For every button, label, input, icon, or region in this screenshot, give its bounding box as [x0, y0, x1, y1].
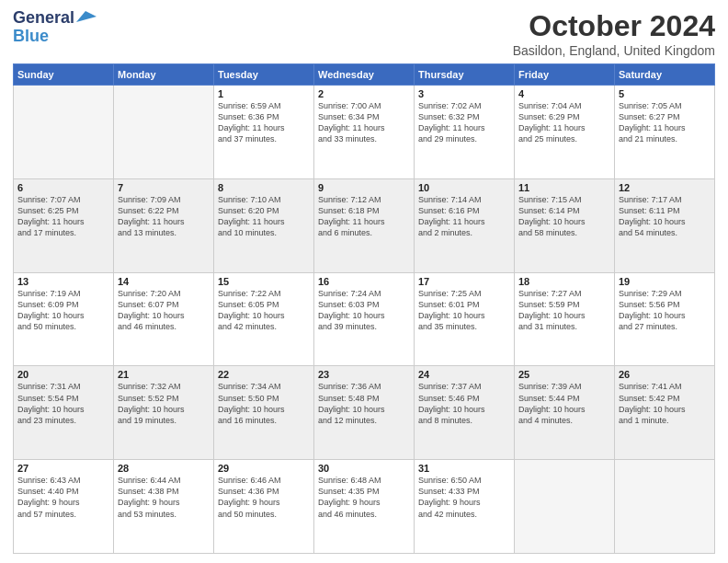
- calendar-cell: 14Sunrise: 7:20 AM Sunset: 6:07 PM Dayli…: [114, 272, 214, 366]
- day-detail: Sunrise: 7:36 AM Sunset: 5:48 PM Dayligh…: [318, 381, 410, 426]
- logo: General Blue: [13, 9, 97, 46]
- calendar-week-2: 6Sunrise: 7:07 AM Sunset: 6:25 PM Daylig…: [14, 178, 715, 272]
- day-detail: Sunrise: 7:12 AM Sunset: 6:18 PM Dayligh…: [318, 194, 410, 239]
- subtitle: Basildon, England, United Kingdom: [513, 43, 715, 58]
- day-detail: Sunrise: 7:32 AM Sunset: 5:52 PM Dayligh…: [118, 381, 210, 426]
- day-number: 30: [318, 463, 410, 474]
- day-number: 14: [118, 276, 210, 287]
- calendar-cell: 5Sunrise: 7:05 AM Sunset: 6:27 PM Daylig…: [615, 86, 715, 179]
- day-detail: Sunrise: 6:43 AM Sunset: 4:40 PM Dayligh…: [17, 475, 109, 520]
- day-number: 7: [118, 182, 210, 193]
- day-detail: Sunrise: 7:19 AM Sunset: 6:09 PM Dayligh…: [17, 288, 109, 333]
- calendar-cell: 19Sunrise: 7:29 AM Sunset: 5:56 PM Dayli…: [615, 272, 715, 366]
- calendar-cell: 24Sunrise: 7:37 AM Sunset: 5:46 PM Dayli…: [415, 366, 515, 460]
- day-number: 6: [17, 182, 109, 193]
- calendar-cell: 21Sunrise: 7:32 AM Sunset: 5:52 PM Dayli…: [114, 366, 214, 460]
- calendar-cell: 3Sunrise: 7:02 AM Sunset: 6:32 PM Daylig…: [415, 86, 515, 179]
- day-detail: Sunrise: 7:02 AM Sunset: 6:32 PM Dayligh…: [418, 100, 510, 145]
- calendar-week-3: 13Sunrise: 7:19 AM Sunset: 6:09 PM Dayli…: [14, 272, 715, 366]
- calendar-cell: 22Sunrise: 7:34 AM Sunset: 5:50 PM Dayli…: [214, 366, 314, 460]
- calendar-cell: [114, 86, 214, 179]
- day-detail: Sunrise: 7:27 AM Sunset: 5:59 PM Dayligh…: [518, 288, 610, 333]
- day-detail: Sunrise: 6:50 AM Sunset: 4:33 PM Dayligh…: [418, 475, 510, 520]
- calendar-cell: 26Sunrise: 7:41 AM Sunset: 5:42 PM Dayli…: [615, 366, 715, 460]
- day-detail: Sunrise: 7:25 AM Sunset: 6:01 PM Dayligh…: [418, 288, 510, 333]
- calendar-cell: [14, 86, 114, 179]
- title-block: October 2024 Basildon, England, United K…: [513, 9, 715, 58]
- calendar-cell: 13Sunrise: 7:19 AM Sunset: 6:09 PM Dayli…: [14, 272, 114, 366]
- logo-blue: Blue: [13, 28, 49, 46]
- col-saturday: Saturday: [615, 64, 715, 86]
- day-number: 18: [518, 276, 610, 287]
- day-number: 2: [318, 88, 410, 99]
- day-detail: Sunrise: 7:00 AM Sunset: 6:34 PM Dayligh…: [318, 100, 410, 145]
- day-detail: Sunrise: 7:10 AM Sunset: 6:20 PM Dayligh…: [218, 194, 310, 239]
- day-detail: Sunrise: 6:46 AM Sunset: 4:36 PM Dayligh…: [218, 475, 310, 520]
- day-detail: Sunrise: 7:14 AM Sunset: 6:16 PM Dayligh…: [418, 194, 510, 239]
- day-number: 31: [418, 463, 510, 474]
- calendar-cell: 27Sunrise: 6:43 AM Sunset: 4:40 PM Dayli…: [14, 460, 114, 554]
- day-number: 17: [418, 276, 510, 287]
- day-detail: Sunrise: 6:48 AM Sunset: 4:35 PM Dayligh…: [318, 475, 410, 520]
- day-detail: Sunrise: 7:17 AM Sunset: 6:11 PM Dayligh…: [619, 194, 711, 239]
- calendar-cell: 12Sunrise: 7:17 AM Sunset: 6:11 PM Dayli…: [615, 178, 715, 272]
- day-number: 28: [118, 463, 210, 474]
- svg-marker-0: [76, 11, 97, 22]
- col-monday: Monday: [114, 64, 214, 86]
- day-detail: Sunrise: 7:31 AM Sunset: 5:54 PM Dayligh…: [17, 381, 109, 426]
- calendar-cell: 29Sunrise: 6:46 AM Sunset: 4:36 PM Dayli…: [214, 460, 314, 554]
- page: General Blue October 2024 Basildon, Engl…: [0, 0, 728, 563]
- day-number: 22: [218, 369, 310, 380]
- day-detail: Sunrise: 7:24 AM Sunset: 6:03 PM Dayligh…: [318, 288, 410, 333]
- calendar-week-5: 27Sunrise: 6:43 AM Sunset: 4:40 PM Dayli…: [14, 460, 715, 554]
- calendar-cell: 7Sunrise: 7:09 AM Sunset: 6:22 PM Daylig…: [114, 178, 214, 272]
- day-number: 26: [619, 369, 711, 380]
- calendar-cell: 10Sunrise: 7:14 AM Sunset: 6:16 PM Dayli…: [415, 178, 515, 272]
- day-number: 19: [619, 276, 711, 287]
- day-detail: Sunrise: 7:09 AM Sunset: 6:22 PM Dayligh…: [118, 194, 210, 239]
- header: General Blue October 2024 Basildon, Engl…: [13, 9, 715, 58]
- day-number: 11: [518, 182, 610, 193]
- day-number: 8: [218, 182, 310, 193]
- calendar-cell: 25Sunrise: 7:39 AM Sunset: 5:44 PM Dayli…: [515, 366, 615, 460]
- day-detail: Sunrise: 7:41 AM Sunset: 5:42 PM Dayligh…: [619, 381, 711, 426]
- day-number: 24: [418, 369, 510, 380]
- calendar-cell: [615, 460, 715, 554]
- day-number: 29: [218, 463, 310, 474]
- day-number: 15: [218, 276, 310, 287]
- calendar-cell: 30Sunrise: 6:48 AM Sunset: 4:35 PM Dayli…: [314, 460, 415, 554]
- calendar-cell: 28Sunrise: 6:44 AM Sunset: 4:38 PM Dayli…: [114, 460, 214, 554]
- logo-general: General: [13, 9, 74, 28]
- day-detail: Sunrise: 7:34 AM Sunset: 5:50 PM Dayligh…: [218, 381, 310, 426]
- calendar-cell: 1Sunrise: 6:59 AM Sunset: 6:36 PM Daylig…: [214, 86, 314, 179]
- logo-icon: [76, 9, 97, 24]
- day-detail: Sunrise: 7:05 AM Sunset: 6:27 PM Dayligh…: [619, 100, 711, 145]
- calendar-week-1: 1Sunrise: 6:59 AM Sunset: 6:36 PM Daylig…: [14, 86, 715, 179]
- day-number: 21: [118, 369, 210, 380]
- calendar-header: Sunday Monday Tuesday Wednesday Thursday…: [14, 64, 715, 86]
- calendar-cell: 15Sunrise: 7:22 AM Sunset: 6:05 PM Dayli…: [214, 272, 314, 366]
- calendar-cell: 16Sunrise: 7:24 AM Sunset: 6:03 PM Dayli…: [314, 272, 415, 366]
- day-number: 12: [619, 182, 711, 193]
- day-number: 23: [318, 369, 410, 380]
- calendar-body: 1Sunrise: 6:59 AM Sunset: 6:36 PM Daylig…: [14, 86, 715, 554]
- day-number: 3: [418, 88, 510, 99]
- calendar-cell: 31Sunrise: 6:50 AM Sunset: 4:33 PM Dayli…: [415, 460, 515, 554]
- calendar-cell: 6Sunrise: 7:07 AM Sunset: 6:25 PM Daylig…: [14, 178, 114, 272]
- col-friday: Friday: [515, 64, 615, 86]
- calendar-cell: 23Sunrise: 7:36 AM Sunset: 5:48 PM Dayli…: [314, 366, 415, 460]
- calendar-cell: 4Sunrise: 7:04 AM Sunset: 6:29 PM Daylig…: [515, 86, 615, 179]
- header-row: Sunday Monday Tuesday Wednesday Thursday…: [14, 64, 715, 86]
- calendar-cell: 17Sunrise: 7:25 AM Sunset: 6:01 PM Dayli…: [415, 272, 515, 366]
- col-thursday: Thursday: [415, 64, 515, 86]
- col-tuesday: Tuesday: [214, 64, 314, 86]
- day-number: 4: [518, 88, 610, 99]
- calendar-cell: 8Sunrise: 7:10 AM Sunset: 6:20 PM Daylig…: [214, 178, 314, 272]
- calendar-cell: 11Sunrise: 7:15 AM Sunset: 6:14 PM Dayli…: [515, 178, 615, 272]
- day-number: 27: [17, 463, 109, 474]
- calendar-cell: [515, 460, 615, 554]
- day-number: 25: [518, 369, 610, 380]
- calendar-cell: 2Sunrise: 7:00 AM Sunset: 6:34 PM Daylig…: [314, 86, 415, 179]
- day-number: 9: [318, 182, 410, 193]
- day-detail: Sunrise: 7:20 AM Sunset: 6:07 PM Dayligh…: [118, 288, 210, 333]
